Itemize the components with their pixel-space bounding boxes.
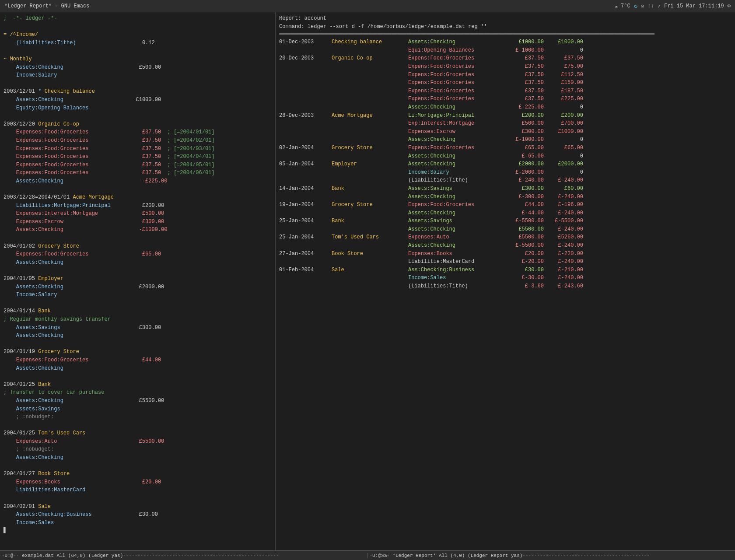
report-date: 19-Jan-2004 [279, 201, 332, 209]
blank-line [4, 112, 272, 120]
report-date [279, 193, 332, 201]
report-running: £-5500.00 [544, 217, 583, 225]
checking-negative: Assets:Checking -£225.00 [4, 177, 272, 186]
monthly-header: ~ Monthly [4, 55, 272, 63]
groceries-jan: Expenses:Food:Groceries £65.00 [4, 250, 272, 259]
report-row: Assets:Checking£-44.00£-240.00 [279, 209, 732, 217]
blank-line [4, 185, 272, 193]
mortgage-principal: Liabilities:Mortgage:Principal £200.00 [4, 202, 272, 210]
report-running: 0 [544, 152, 583, 161]
reload-icon[interactable]: ↻ [634, 2, 637, 10]
report-amount: £-300.00 [504, 193, 544, 201]
report-account: Assets:Checking [408, 38, 504, 46]
titlebar: *Ledger Report* - GNU Emacs ☁ 7°C ↻ ✉ ↑↓… [0, 0, 735, 12]
tx-2004-01-02: 2004/01/02 Grocery Store [4, 242, 272, 251]
report-amount: £2000.00 [504, 160, 544, 168]
email-icon[interactable]: ✉ [641, 3, 644, 9]
tx-2004-01-05: 2004/01/05 Employer [4, 275, 272, 283]
report-date [279, 63, 332, 71]
report-desc [332, 119, 408, 128]
report-desc [332, 136, 408, 144]
savings-account: Assets:Savings £300.00 [4, 324, 272, 332]
report-date [279, 274, 332, 282]
checking-account: Assets:Checking £500.00 [4, 63, 272, 72]
report-amount: £37.50 [504, 87, 544, 95]
cursor-line: ▋ [4, 527, 272, 535]
tx-2003-12-20: 2003/12/20 Organic Co-op [4, 120, 272, 129]
report-row: Assets:Checking£-300.00£-240.00 [279, 193, 732, 201]
report-row: 01-Dec-2003Checking balanceAssets:Checki… [279, 38, 732, 46]
report-table: 01-Dec-2003Checking balanceAssets:Checki… [279, 38, 732, 290]
tithe-account: (Liabilities:Tithe) 0.12 [4, 39, 272, 47]
report-row: Equi:Opening Balances£-1000.000 [279, 46, 732, 55]
report-desc [332, 128, 408, 136]
report-running: £1000.00 [544, 38, 583, 46]
report-amount: £65.00 [504, 144, 544, 152]
report-desc: Employer [332, 160, 408, 168]
report-desc [332, 168, 408, 177]
report-row: 01-Feb-2004SaleAss:Checking:Business£30.… [279, 266, 732, 274]
left-pane[interactable]: ; -*- ledger -*- = /^Income/ (Liabilitie… [0, 12, 276, 550]
report-date [279, 168, 332, 177]
report-amount: £30.00 [504, 266, 544, 274]
report-account: Expenses:Escrow [408, 128, 504, 136]
report-account: Assets:Savings [408, 185, 504, 193]
report-amount: £-5500.00 [504, 242, 544, 250]
report-row: 02-Jan-2004Grocery StoreExpens:Food:Groc… [279, 144, 732, 152]
savings-jan25: Assets:Savings [4, 405, 272, 413]
statusbar-right: -U:@%%- *Ledger Report* All (4,0) (Ledge… [368, 553, 735, 558]
report-account: Income:Sales [408, 274, 504, 282]
titlebar-right: ☁ 7°C ↻ ✉ ↑↓ ♪ Fri 15 Mar 17:11:19 ⚙ [615, 2, 731, 10]
report-row: 05-Jan-2004EmployerAssets:Checking£2000.… [279, 160, 732, 168]
groceries-6: Expenses:Food:Groceries £37.50 ; [=2004/… [4, 169, 272, 177]
volume-icon[interactable]: ♪ [658, 3, 661, 9]
report-date [279, 152, 332, 161]
report-command: Command: ledger --sort d -f /home/borbus… [279, 23, 732, 31]
report-row: Liabilitie:MasterCard£-20.00£-240.00 [279, 258, 732, 266]
report-amount: £44.00 [504, 201, 544, 209]
report-amount: £-30.00 [504, 274, 544, 282]
report-row: Assets:Checking£-5500.00£-240.00 [279, 242, 732, 250]
report-running: £-240.00 [544, 193, 583, 201]
checking-jan19: Assets:Checking [4, 364, 272, 373]
auto-expense: Expenses:Auto £5500.00 [4, 438, 272, 446]
report-running: 0 [544, 46, 583, 55]
report-running: £-240.00 [544, 209, 583, 217]
tx-2004-01-25-bank: 2004/01/25 Bank [4, 381, 272, 389]
right-pane[interactable]: Report: account Command: ledger --sort d… [276, 12, 735, 550]
report-date: 01-Dec-2003 [279, 38, 332, 46]
report-desc [332, 258, 408, 266]
report-account: Expenses:Books [408, 250, 504, 258]
clock: Fri 15 Mar 17:11:19 [664, 3, 724, 9]
report-desc: Grocery Store [332, 201, 408, 209]
report-amount: £-5500.00 [504, 217, 544, 225]
report-desc [332, 282, 408, 290]
report-amount: £-2000.00 [504, 168, 544, 177]
report-desc [332, 274, 408, 282]
report-date: 20-Dec-2003 [279, 54, 332, 63]
report-running: £-220.00 [544, 250, 583, 258]
report-account: Li:Mortgage:Principal [408, 112, 504, 120]
report-desc: Tom's Used Cars [332, 233, 408, 242]
report-account: Assets:Checking [408, 242, 504, 250]
tx-2004-01-25-car: 2004/01/25 Tom's Used Cars [4, 429, 272, 438]
groceries-2: Expenses:Food:Groceries £37.50 ; [=2004/… [4, 136, 272, 145]
tx-2003-12-01: 2003/12/01 * Checking balance [4, 88, 272, 96]
checking-savings: Assets:Checking [4, 332, 272, 340]
books-expense: Expenses:Books £20.00 [4, 478, 272, 486]
checking-mortgage: Assets:Checking -£1000.00 [4, 226, 272, 234]
report-account: Expens:Food:Groceries [408, 63, 504, 71]
report-desc [332, 95, 408, 103]
report-amount: £500.00 [504, 119, 544, 128]
report-running: £65.00 [544, 144, 583, 152]
report-running: 0 [544, 168, 583, 177]
settings-icon[interactable]: ⚙ [728, 3, 731, 9]
report-account: (Liabilities:Tithe) [408, 176, 504, 185]
report-date: 01-Feb-2004 [279, 266, 332, 274]
report-desc: Bank [332, 185, 408, 193]
escrow: Expenses:Escrow £300.00 [4, 218, 272, 226]
report-running: £-240.00 [544, 242, 583, 250]
report-desc: Acme Mortgage [332, 112, 408, 120]
report-running: £112.50 [544, 71, 583, 79]
report-date [279, 87, 332, 95]
